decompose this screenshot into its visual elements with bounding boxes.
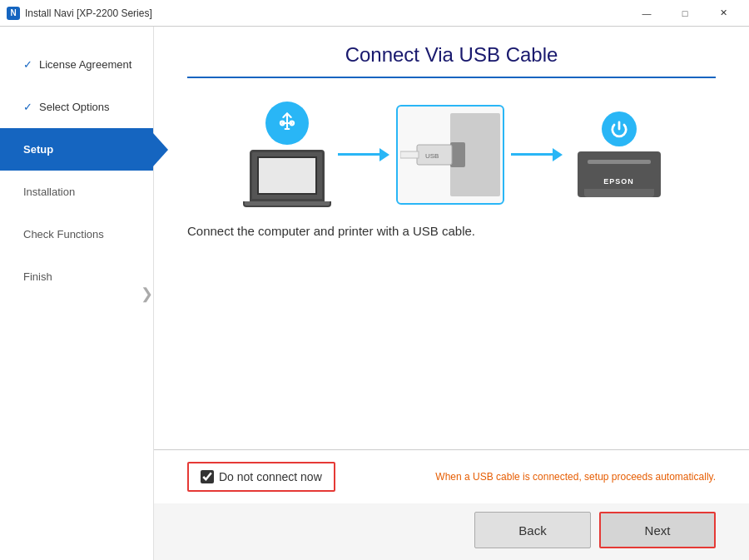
do-not-connect-checkbox-wrap[interactable]: Do not connect now	[187, 462, 335, 492]
next-button[interactable]: Next	[599, 512, 716, 548]
sidebar-item-check-functions[interactable]: Check Functions	[0, 213, 153, 255]
printer-illustration: EPSON	[578, 112, 661, 197]
laptop-base	[243, 201, 331, 207]
printer-brand-label: EPSON	[603, 177, 634, 186]
sidebar: ✓ License Agreement ✓ Select Options Set…	[0, 27, 154, 560]
back-button[interactable]: Back	[474, 512, 591, 548]
description-text: Connect the computer and printer with a …	[187, 224, 716, 238]
laptop-body	[250, 150, 325, 201]
arrowhead-icon	[553, 148, 563, 161]
svg-text:USB: USB	[425, 152, 439, 160]
content-inner: Connect Via USB Cable	[154, 27, 749, 449]
window-controls: — □ ✕	[627, 0, 742, 27]
laptop-illustration	[243, 102, 331, 207]
sidebar-item-setup[interactable]: Setup	[0, 128, 153, 171]
usb-cable-svg: USB	[400, 113, 500, 196]
check-icon: ✓	[23, 101, 32, 113]
checkbox-row: Do not connect now When a USB cable is c…	[154, 450, 749, 503]
arrow-right	[511, 148, 563, 161]
arrowhead-icon	[379, 148, 389, 161]
app-icon: N	[7, 7, 20, 20]
check-icon: ✓	[23, 58, 32, 71]
usb-symbol-icon	[275, 112, 299, 135]
power-symbol-icon	[610, 120, 628, 138]
minimize-button[interactable]: —	[627, 0, 666, 27]
arrow-line-body	[338, 153, 379, 156]
printer-body: EPSON	[578, 151, 661, 197]
usb-cable-box: USB	[396, 105, 504, 205]
close-button[interactable]: ✕	[704, 0, 742, 27]
usb-icon-bubble	[265, 102, 309, 145]
svg-rect-4	[400, 151, 419, 158]
laptop-screen	[257, 156, 317, 195]
sidebar-item-finish[interactable]: Finish	[0, 255, 153, 298]
scroll-indicator: ❯	[141, 285, 153, 303]
main-window: ✓ License Agreement ✓ Select Options Set…	[0, 27, 749, 560]
window-title: Install Navi [XP-2200 Series]	[25, 7, 627, 19]
button-row: Back Next	[154, 503, 749, 560]
sidebar-item-select-options[interactable]: ✓ Select Options	[0, 86, 153, 128]
maximize-button[interactable]: □	[666, 0, 704, 27]
usb-diagram: USB	[187, 85, 716, 224]
arrow-left	[338, 148, 389, 161]
do-not-connect-label[interactable]: Do not connect now	[219, 470, 322, 483]
arrow-line-body	[511, 153, 553, 156]
power-icon-bubble	[602, 112, 637, 146]
sidebar-item-license-agreement[interactable]: ✓ License Agreement	[0, 43, 153, 86]
svg-rect-1	[450, 142, 465, 167]
page-title: Connect Via USB Cable	[187, 43, 716, 78]
sidebar-item-installation[interactable]: Installation	[0, 171, 153, 213]
titlebar: N Install Navi [XP-2200 Series] — □ ✕	[0, 0, 749, 27]
auto-connect-note: When a USB cable is connected, setup pro…	[385, 471, 716, 483]
bottom-section: Do not connect now When a USB cable is c…	[154, 449, 749, 560]
content-area: Connect Via USB Cable	[154, 27, 749, 560]
printer-slot	[588, 160, 651, 164]
do-not-connect-checkbox[interactable]	[201, 470, 214, 483]
printer-output	[584, 189, 654, 197]
